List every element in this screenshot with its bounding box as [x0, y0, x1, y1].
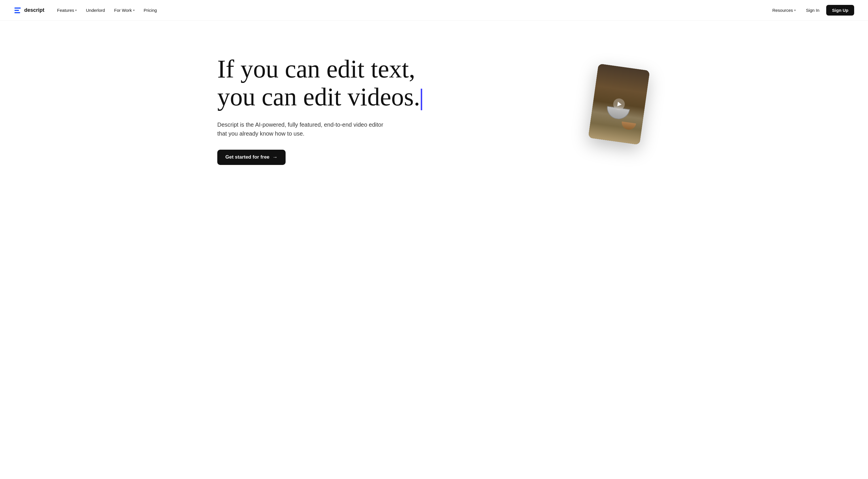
nav-links: Features ▾ Underlord For Work ▾ Pricing: [54, 5, 160, 15]
text-cursor: [421, 89, 422, 110]
cta-button[interactable]: Get started for free →: [217, 150, 286, 165]
descript-logo-icon: [14, 6, 22, 14]
nav-features[interactable]: Features ▾: [54, 5, 80, 15]
hero-content: If you can edit text, you can edit video…: [217, 44, 422, 165]
hero-section: If you can edit text, you can edit video…: [204, 21, 664, 199]
svg-rect-1: [14, 10, 19, 11]
navbar: descript Features ▾ Underlord For Work ▾…: [0, 0, 868, 21]
nav-right: Resources ▾ Sign In Sign Up: [769, 5, 854, 15]
video-card: [588, 64, 650, 145]
cta-arrow-icon: →: [272, 154, 278, 160]
hero-subtext: Descript is the AI-powered, fully featur…: [217, 120, 384, 138]
play-button[interactable]: [612, 98, 625, 110]
logo-link[interactable]: descript: [14, 6, 44, 14]
hero-headline: If you can edit text, you can edit video…: [217, 55, 422, 111]
sign-up-button[interactable]: Sign Up: [826, 5, 854, 15]
play-triangle-icon: [617, 102, 622, 107]
svg-rect-2: [14, 12, 20, 13]
svg-rect-0: [14, 7, 21, 9]
nav-pricing[interactable]: Pricing: [141, 5, 160, 15]
nav-left: descript Features ▾ Underlord For Work ▾…: [14, 5, 160, 15]
logo-text: descript: [24, 7, 44, 13]
nav-underlord[interactable]: Underlord: [83, 5, 108, 15]
sign-in-button[interactable]: Sign In: [801, 5, 824, 15]
for-work-chevron-icon: ▾: [133, 9, 134, 12]
video-card-inner: [588, 64, 650, 145]
nav-for-work[interactable]: For Work ▾: [111, 5, 138, 15]
nav-resources[interactable]: Resources ▾: [769, 5, 799, 15]
features-chevron-icon: ▾: [75, 9, 76, 12]
resources-chevron-icon: ▾: [794, 9, 796, 12]
kitchen-scene: [588, 64, 650, 145]
play-overlay: [588, 64, 650, 145]
hero-video-preview: [593, 67, 651, 142]
